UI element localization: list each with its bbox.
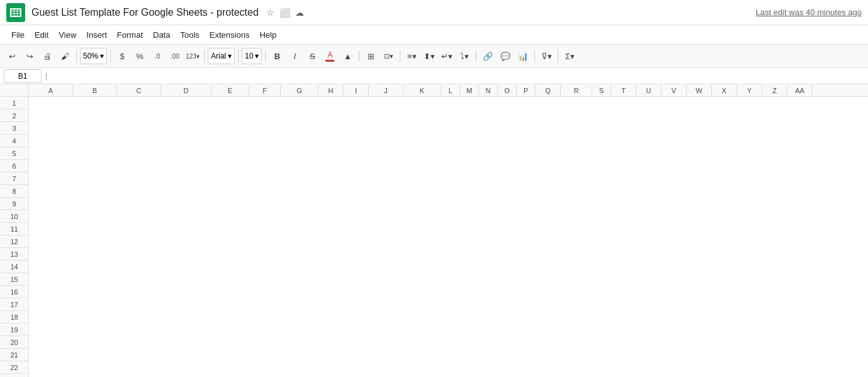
col-b[interactable]: B [73, 84, 117, 97]
filter-button[interactable]: ⊽▾ [538, 48, 555, 64]
borders-button[interactable]: ⊞ [363, 48, 379, 64]
zoom-dropdown[interactable]: 50% ▾ [80, 48, 107, 64]
col-i[interactable]: I [344, 84, 369, 97]
menu-help[interactable]: Help [254, 28, 281, 42]
row-21[interactable]: 21 [0, 349, 28, 361]
toolbar-sep-10 [558, 50, 558, 62]
percent-button[interactable]: % [132, 48, 148, 64]
chart-button[interactable]: 📊 [515, 48, 531, 64]
row-8[interactable]: 8 [0, 185, 28, 198]
row-12[interactable]: 12 [0, 235, 28, 248]
row-16[interactable]: 16 [0, 286, 28, 298]
col-v[interactable]: V [662, 84, 687, 97]
row-6[interactable]: 6 [0, 160, 28, 172]
row-19[interactable]: 19 [0, 324, 28, 336]
wrap-button[interactable]: ↵▾ [439, 48, 455, 64]
menu-view[interactable]: View [54, 28, 81, 42]
row-3[interactable]: 3 [0, 122, 28, 135]
col-j[interactable]: J [369, 84, 403, 97]
row-5[interactable]: 5 [0, 147, 28, 160]
row-14[interactable]: 14 [0, 261, 28, 273]
fill-color-button[interactable]: ▲ [339, 48, 356, 64]
col-t[interactable]: T [611, 84, 636, 97]
col-o[interactable]: O [498, 84, 517, 97]
col-q[interactable]: Q [536, 84, 561, 97]
row-15[interactable]: 15 [0, 273, 28, 286]
italic-button[interactable]: I [286, 48, 303, 64]
font-size-dropdown[interactable]: 10 ▾ [242, 48, 262, 64]
app-icon [6, 3, 25, 22]
menu-insert[interactable]: Insert [81, 28, 112, 42]
menu-tools[interactable]: Tools [175, 28, 204, 42]
col-k[interactable]: K [403, 84, 441, 97]
row-18[interactable]: 18 [0, 311, 28, 324]
align-v-button[interactable]: ⬍▾ [421, 48, 437, 64]
merge-button[interactable]: ⊡▾ [380, 48, 397, 64]
decimal-dec-button[interactable]: .0 [149, 48, 166, 64]
undo-button[interactable]: ↩ [4, 48, 20, 64]
menu-extensions[interactable]: Extensions [205, 28, 255, 42]
link-button[interactable]: 🔗 [480, 48, 496, 64]
col-w[interactable]: W [687, 84, 712, 97]
title-bar: Guest List Template For Google Sheets - … [0, 0, 868, 25]
underline-button[interactable]: A [322, 48, 338, 64]
col-a[interactable]: A [29, 84, 73, 97]
row-headers: 1 2 3 4 5 6 7 8 9 10 11 12 13 14 15 16 1… [0, 97, 29, 377]
col-r[interactable]: R [561, 84, 592, 97]
currency-button[interactable]: $ [114, 48, 130, 64]
toolbar: ↩ ↪ 🖨 🖌 50% ▾ $ % .0 .00 123▾ Arial ▾ 10… [0, 44, 868, 68]
col-z[interactable]: Z [762, 84, 787, 97]
row-23[interactable]: 23 [0, 374, 28, 377]
menu-data[interactable]: Data [148, 28, 175, 42]
row-9[interactable]: 9 [0, 198, 28, 210]
col-h[interactable]: H [318, 84, 344, 97]
col-c[interactable]: C [117, 84, 161, 97]
col-y[interactable]: Y [737, 84, 762, 97]
decimal-inc-button[interactable]: .00 [167, 48, 183, 64]
strikethrough-button[interactable]: S [304, 48, 320, 64]
col-aa[interactable]: AA [787, 84, 813, 97]
row-11[interactable]: 11 [0, 223, 28, 235]
print-button[interactable]: 🖨 [39, 48, 55, 64]
paint-format-button[interactable]: 🖌 [57, 48, 73, 64]
star-icon[interactable]: ☆ [266, 8, 274, 18]
cloud-icon[interactable]: ☁ [295, 8, 304, 18]
menu-file[interactable]: File [6, 28, 30, 42]
last-edit[interactable]: Last edit was 40 minutes ago [756, 8, 862, 17]
row-17[interactable]: 17 [0, 298, 28, 311]
redo-button[interactable]: ↪ [21, 48, 38, 64]
font-dropdown[interactable]: Arial ▾ [208, 48, 235, 64]
column-headers: A B C D E F G H I J K L M N O P Q R S T … [0, 84, 868, 97]
row-20[interactable]: 20 [0, 336, 28, 349]
row-10[interactable]: 10 [0, 210, 28, 223]
row-1[interactable]: 1 [0, 97, 28, 110]
col-n[interactable]: N [479, 84, 498, 97]
rotation-button[interactable]: ⤵▾ [456, 48, 473, 64]
menu-edit[interactable]: Edit [30, 28, 54, 42]
col-f[interactable]: F [249, 84, 281, 97]
row-2[interactable]: 2 [0, 110, 28, 122]
col-g[interactable]: G [281, 84, 318, 97]
col-d[interactable]: D [161, 84, 211, 97]
row-22[interactable]: 22 [0, 361, 28, 374]
drive-icon[interactable]: ⬜ [279, 8, 290, 18]
menu-format[interactable]: Format [112, 28, 148, 42]
more-formats-button[interactable]: 123▾ [184, 48, 201, 64]
row-13[interactable]: 13 [0, 248, 28, 261]
col-x[interactable]: X [712, 84, 737, 97]
bold-button[interactable]: B [269, 48, 285, 64]
comment-button[interactable]: 💬 [497, 48, 514, 64]
align-h-button[interactable]: ≡▾ [403, 48, 420, 64]
col-e[interactable]: E [211, 84, 249, 97]
menu-bar: File Edit View Insert Format Data Tools … [0, 25, 868, 44]
col-p[interactable]: P [517, 84, 536, 97]
row-7[interactable]: 7 [0, 172, 28, 185]
col-u[interactable]: U [636, 84, 662, 97]
cell-reference[interactable] [4, 69, 42, 83]
col-l[interactable]: L [441, 84, 460, 97]
row-4[interactable]: 4 [0, 135, 28, 147]
col-m[interactable]: M [460, 84, 479, 97]
col-s[interactable]: S [592, 84, 611, 97]
formula-input[interactable] [51, 69, 864, 83]
functions-button[interactable]: Σ▾ [561, 48, 578, 64]
